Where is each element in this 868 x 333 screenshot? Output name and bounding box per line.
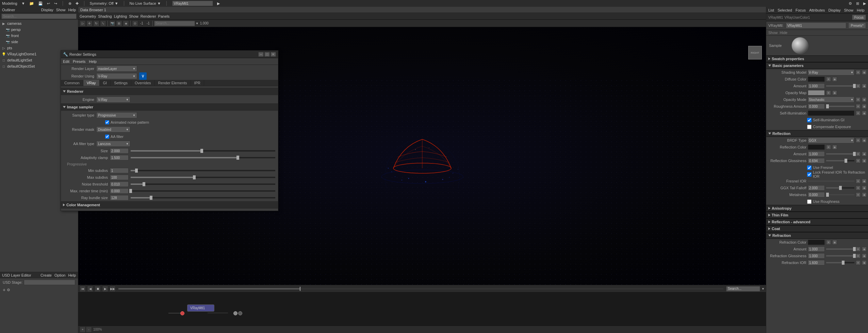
opacity-mode-dropdown[interactable]: Stochastic ▼ (808, 97, 854, 103)
menu-create[interactable]: Create (40, 273, 52, 277)
renderer-section-header[interactable]: Renderer (61, 88, 278, 95)
metalness-slider[interactable] (826, 194, 854, 195)
connect-btn[interactable]: ≡ (856, 84, 861, 88)
stop-btn[interactable]: ⏹ (95, 286, 101, 292)
roughness-slider[interactable] (826, 106, 854, 107)
render-layer-dropdown[interactable]: masterLayer ▼ (96, 66, 137, 72)
sampler-dropdown[interactable]: Progressive ▼ (96, 112, 137, 118)
basic-parameters-header[interactable]: Basic parameters (766, 62, 868, 69)
use-fresnel-checkbox[interactable] (807, 165, 812, 170)
size-slider[interactable] (131, 150, 275, 152)
refl-amount-input[interactable] (808, 151, 825, 157)
diffuse-color-swatch[interactable] (808, 76, 825, 82)
anisotropy-header[interactable]: Anisotropy (766, 205, 868, 212)
connect-btn[interactable]: ≡ (856, 253, 861, 258)
reflection-advanced-header[interactable]: Reflection - advanced (766, 218, 868, 225)
tab-focus[interactable]: Focus (796, 8, 806, 12)
toolbar-icon-6[interactable]: ✚ (76, 1, 79, 6)
refl-gloss-input[interactable] (808, 158, 825, 163)
keyframe-btn[interactable]: ◈ (862, 186, 867, 190)
scale-btn[interactable]: ⤡ (100, 20, 106, 27)
roughness-input[interactable] (808, 104, 825, 109)
menu-show[interactable]: Show (56, 8, 66, 12)
tab-vray[interactable]: VRay (83, 80, 100, 86)
fresnel-ior-slider[interactable] (808, 180, 854, 182)
render-icon[interactable]: ▶ (863, 1, 866, 6)
render-using-dropdown[interactable]: V-Ray ▼ (96, 73, 137, 79)
refraction-header[interactable]: Refraction (766, 232, 868, 239)
keyframe-btn[interactable]: ◈ (832, 145, 837, 150)
tab-selected[interactable]: Selected (777, 8, 792, 12)
search-viewport[interactable] (154, 21, 195, 26)
viewport-menu-show[interactable]: Show (129, 14, 138, 18)
presets-btn[interactable]: Presets* (848, 22, 866, 29)
timeline-dropdown[interactable]: ▼ (761, 287, 765, 291)
maximize-btn[interactable]: □ (264, 52, 270, 57)
aa-filter-checkbox[interactable] (105, 135, 109, 139)
refr-gloss-input[interactable] (808, 253, 825, 259)
timeline-track[interactable] (118, 288, 723, 290)
keyframe-btn[interactable]: ◈ (862, 158, 867, 163)
refl-amount-slider[interactable] (826, 153, 854, 155)
tab-gi[interactable]: GI (100, 80, 111, 86)
node-connector-red[interactable] (180, 311, 184, 315)
tab-list[interactable]: List (768, 8, 774, 12)
noise-threshold-input[interactable] (110, 181, 129, 187)
toolbar-icon-3[interactable]: ↩ (47, 1, 50, 6)
reflection-swatch[interactable] (808, 144, 825, 150)
ggx-input[interactable] (808, 185, 825, 191)
vray-mtl-input[interactable] (786, 22, 847, 29)
toolbar-icon-4[interactable]: ↪ (54, 1, 57, 6)
usd-add-btn[interactable]: + (3, 287, 5, 293)
timeline-search[interactable] (726, 286, 760, 292)
layout-icon[interactable]: ⊞ (856, 1, 859, 6)
wireframe-btn[interactable]: ◈ (123, 20, 129, 27)
viewport-menu-shading[interactable]: Shading (98, 14, 112, 18)
keyframe-btn[interactable]: ◈ (862, 111, 867, 116)
tab-render-elements[interactable]: Render Elements (155, 80, 191, 86)
connect-btn[interactable]: ≡ (826, 145, 831, 150)
viewport-menu-panels[interactable]: Panels (158, 14, 170, 18)
toolbar-icon-5[interactable]: ⊕ (68, 1, 71, 6)
connect-btn[interactable]: ≡ (856, 260, 861, 265)
tab-help[interactable]: Help (857, 8, 865, 12)
refr-ior-input[interactable] (808, 260, 825, 265)
zoom-out-btn[interactable]: - (86, 327, 92, 333)
node-connector-gray[interactable] (233, 311, 238, 315)
next-frame-btn[interactable]: ▶▶ (110, 286, 116, 292)
outliner-item-persp[interactable]: 📷 persp (0, 27, 78, 33)
refr-amount-slider[interactable] (826, 248, 854, 250)
refl-gloss-slider[interactable] (826, 160, 854, 161)
viewport-menu-lighting[interactable]: Lighting (114, 14, 127, 18)
minimize-btn[interactable]: ─ (258, 52, 264, 57)
keyframe-btn[interactable]: ◈ (832, 90, 837, 95)
connect-btn[interactable]: ≡ (826, 240, 831, 245)
refr-gloss-slider[interactable] (826, 255, 854, 257)
focus-btn[interactable]: Focus (852, 15, 866, 20)
zoom-in-btn[interactable]: + (80, 327, 86, 333)
orientation-cube[interactable]: RIGHT (748, 46, 762, 59)
field-arrow[interactable]: ▶ (217, 1, 220, 6)
tab-ipr[interactable]: IPR (191, 80, 204, 86)
engine-dropdown[interactable]: V-Ray ▼ (96, 97, 130, 103)
node-connector-output[interactable] (238, 311, 242, 315)
keyframe-btn[interactable]: ◈ (862, 70, 867, 75)
refraction-swatch[interactable] (808, 240, 825, 245)
menu-help[interactable]: Help (89, 59, 97, 64)
connect-btn[interactable]: ≡ (826, 90, 831, 95)
color-management-header[interactable]: Color Management (61, 201, 278, 209)
connect-btn[interactable]: ≡ (856, 192, 861, 197)
amount-slider[interactable] (826, 85, 854, 87)
outliner-item-cameras[interactable]: ▶ cameras (0, 20, 78, 27)
select-btn[interactable]: ▷ (80, 20, 86, 27)
keyframe-btn[interactable]: ◈ (862, 97, 867, 102)
tab-settings[interactable]: Settings (111, 80, 131, 86)
menu-help[interactable]: Help (68, 273, 76, 277)
amount-input[interactable] (808, 83, 825, 89)
keyframe-btn[interactable]: ◈ (862, 192, 867, 197)
prev-frame-btn[interactable]: ◀ (87, 286, 93, 292)
coat-header[interactable]: Coat (766, 225, 868, 232)
search-dropdown[interactable]: ▼ (196, 22, 199, 25)
play-btn[interactable]: ▶ (102, 286, 108, 292)
toolbar-icon-2[interactable]: 💾 (38, 1, 43, 6)
